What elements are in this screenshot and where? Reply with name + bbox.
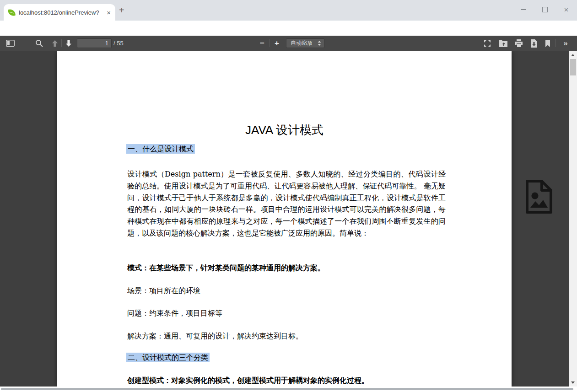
doc-pattern-definition: 模式：在某些场景下，针对某类问题的某种通用的解决方案。 [127, 263, 325, 273]
window-controls: × [512, 0, 577, 19]
download-button[interactable] [528, 36, 540, 51]
select-arrows-icon [318, 41, 321, 46]
broken-image-placeholder [522, 178, 556, 215]
scroll-down-arrow-icon[interactable] [571, 381, 575, 384]
zoom-in-button[interactable]: + [271, 36, 283, 51]
address-bar: i localhost:8012/onlinePreview?url=http:… [0, 21, 577, 36]
doc-problem-line: 问题：约束条件，项目目标等 [127, 309, 222, 318]
pdf-page: JAVA 设计模式 一、什么是设计模式 设计模式（Design pattern）… [57, 51, 512, 387]
presentation-mode-button[interactable] [481, 36, 493, 51]
plus-icon: + [275, 39, 279, 47]
fullscreen-icon [483, 39, 491, 48]
horizontal-scrollbar-thumb[interactable] [1, 388, 573, 390]
print-button[interactable] [512, 36, 525, 51]
open-file-button[interactable] [497, 36, 510, 51]
doc-heading-2: 二、设计模式的三个分类 [126, 353, 210, 363]
page-number-input[interactable] [77, 38, 112, 48]
close-icon: × [564, 6, 569, 14]
doc-solution-line: 解决方案：通用、可复用的设计，解决约束达到目标。 [127, 332, 303, 341]
pdf-viewer-area: JAVA 设计模式 一、什么是设计模式 设计模式（Design pattern）… [0, 51, 577, 387]
new-tab-button[interactable]: + [119, 5, 124, 16]
maximize-icon [542, 7, 548, 12]
close-button[interactable]: × [555, 0, 577, 19]
bookmark-view-button[interactable] [543, 36, 553, 51]
horizontal-scrollbar[interactable] [0, 387, 577, 392]
previous-page-button[interactable] [49, 36, 60, 51]
tab-close-icon[interactable]: × [107, 9, 111, 16]
search-icon [35, 39, 43, 47]
minimize-button[interactable] [512, 0, 534, 19]
download-icon [530, 39, 538, 48]
toolbar-separator [555, 39, 556, 47]
toolbar-separator [270, 39, 270, 47]
zoom-mode-select[interactable]: 自动缩放 [286, 38, 324, 48]
minus-icon: − [260, 39, 264, 47]
browser-window: localhost:8012/onlinePreview? × + × i lo… [0, 0, 577, 392]
arrow-up-icon [51, 40, 59, 47]
maximize-button[interactable] [534, 0, 555, 19]
vertical-scrollbar[interactable] [569, 51, 577, 387]
doc-creational-line: 创建型模式：对象实例化的模式，创建型模式用于解耦对象的实例化过程。 [127, 376, 369, 386]
page-count-label: / 55 [113, 40, 124, 47]
open-folder-icon [499, 40, 508, 47]
highlighted-heading: 二、设计模式的三个分类 [126, 353, 210, 362]
doc-heading-1: 一、什么是设计模式 [126, 145, 195, 154]
minimize-icon [521, 9, 526, 10]
spring-leaf-favicon-icon [8, 9, 16, 16]
doc-title: JAVA 设计模式 [57, 122, 512, 138]
vertical-scrollbar-thumb[interactable] [570, 59, 576, 75]
doc-paragraph: 设计模式（Design pattern）是一套被反复使用、多数人知晓的、经过分类… [127, 168, 446, 239]
sidebar-toggle-button[interactable] [4, 36, 16, 51]
zoom-out-button[interactable]: − [256, 36, 268, 51]
arrow-down-icon [65, 40, 72, 47]
tab-title: localhost:8012/onlinePreview? [19, 9, 103, 16]
doc-scene-line: 场景：项目所在的环境 [127, 286, 200, 296]
scroll-up-arrow-icon[interactable] [571, 54, 575, 56]
zoom-mode-value: 自动缩放 [291, 39, 313, 47]
next-page-button[interactable] [63, 36, 74, 51]
highlighted-heading: 一、什么是设计模式 [126, 144, 195, 154]
pdf-toolbar: / 55 − + 自动缩放 [0, 36, 577, 51]
printer-icon [515, 39, 523, 47]
more-tools-button[interactable]: » [559, 36, 571, 51]
image-file-icon [522, 178, 556, 215]
double-chevron-icon: » [563, 39, 566, 48]
find-button[interactable] [33, 36, 45, 51]
toolbar-separator [61, 39, 62, 47]
browser-tab[interactable]: localhost:8012/onlinePreview? × [4, 4, 115, 21]
bookmark-icon [545, 40, 550, 47]
tab-strip: localhost:8012/onlinePreview? × + × [0, 0, 577, 21]
sidebar-icon [6, 40, 15, 47]
